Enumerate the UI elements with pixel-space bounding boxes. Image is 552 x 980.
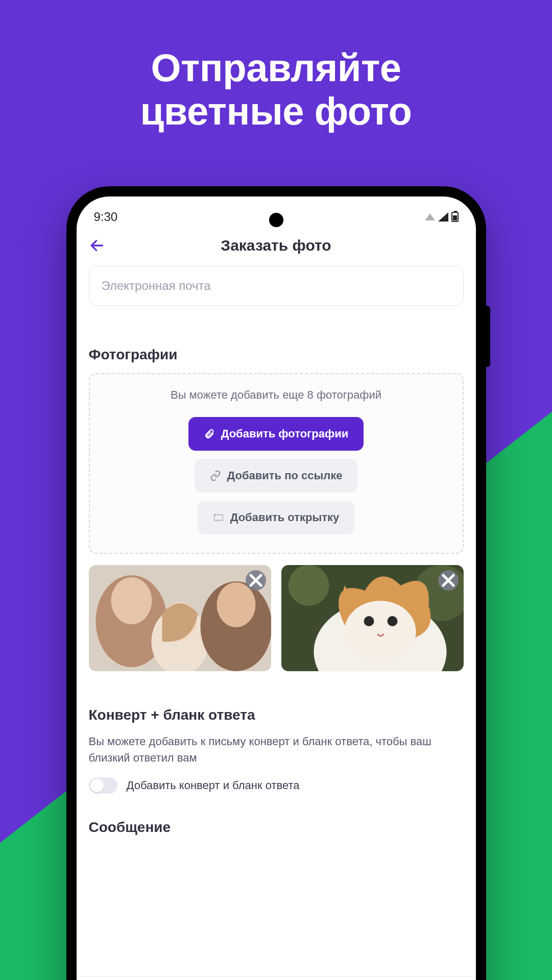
- remove-photo-1-button[interactable]: [246, 570, 266, 591]
- email-placeholder: Электронная почта: [102, 279, 211, 292]
- content[interactable]: Электронная почта Фотографии Вы можете д…: [77, 264, 476, 976]
- promo-heading: Отправляйте цветные фото: [0, 46, 552, 133]
- add-card-label: Добавить открытку: [230, 511, 340, 524]
- link-icon: [210, 470, 221, 481]
- camera-dot: [269, 213, 283, 227]
- promo-line1: Отправляйте: [0, 46, 552, 89]
- add-card-button[interactable]: Добавить открытку: [198, 501, 355, 534]
- back-button[interactable]: [89, 237, 105, 254]
- svg-point-15: [344, 601, 416, 662]
- email-field[interactable]: Электронная почта: [89, 266, 464, 306]
- svg-point-4: [111, 577, 152, 624]
- upload-box: Вы можете добавить еще 8 фотографий Доба…: [89, 373, 464, 554]
- paperclip-icon: [204, 428, 215, 439]
- envelope-toggle-row: Добавить конверт и бланк ответа: [89, 777, 464, 794]
- promo-line2: цветные фото: [0, 89, 552, 133]
- wifi-icon: [425, 213, 435, 220]
- add-photos-button[interactable]: Добавить фотографии: [188, 417, 364, 451]
- remove-photo-2-button[interactable]: [438, 570, 459, 591]
- postcard-icon: [213, 512, 224, 523]
- add-link-label: Добавить по ссылке: [227, 469, 343, 482]
- page-title: Заказать фото: [77, 237, 476, 254]
- statusbar-icons: [425, 212, 459, 222]
- photo-thumbnails: [89, 565, 464, 671]
- phone-frame: 9:30 Заказать фото Электронная почта Фот…: [66, 186, 486, 980]
- nav-home[interactable]: Главная: [77, 977, 177, 980]
- envelope-toggle-label: Добавить конверт и бланк ответа: [127, 779, 300, 792]
- envelope-description: Вы можете добавить к письму конверт и бл…: [89, 733, 464, 766]
- nav-journal[interactable]: Журнал: [176, 977, 276, 980]
- svg-point-12: [288, 565, 329, 606]
- message-section-title: Сообщение: [89, 819, 464, 836]
- phone-screen: 9:30 Заказать фото Электронная почта Фот…: [77, 197, 476, 980]
- svg-rect-1: [214, 515, 223, 521]
- nav-more[interactable]: Еще: [376, 977, 476, 980]
- svg-point-17: [387, 616, 397, 626]
- svg-point-16: [364, 616, 374, 626]
- nav-services[interactable]: Сервисы: [276, 977, 376, 980]
- photo-thumbnail-1[interactable]: [89, 565, 271, 671]
- app-header: Заказать фото: [77, 227, 476, 264]
- photos-section-title: Фотографии: [89, 347, 464, 363]
- envelope-section-title: Конверт + бланк ответа: [89, 707, 464, 723]
- close-icon: [438, 570, 459, 591]
- signal-icon: [438, 212, 448, 222]
- upload-hint: Вы можете добавить еще 8 фотографий: [100, 388, 452, 402]
- add-photos-label: Добавить фотографии: [221, 427, 349, 440]
- close-icon: [246, 570, 266, 591]
- statusbar-time: 9:30: [94, 210, 118, 224]
- add-link-button[interactable]: Добавить по ссылке: [195, 459, 358, 493]
- battery-icon: [451, 212, 459, 222]
- photo-thumbnail-2[interactable]: [281, 565, 464, 671]
- envelope-toggle[interactable]: [89, 777, 117, 794]
- bottom-nav: Главная Журнал Сервисы Еще: [77, 976, 476, 980]
